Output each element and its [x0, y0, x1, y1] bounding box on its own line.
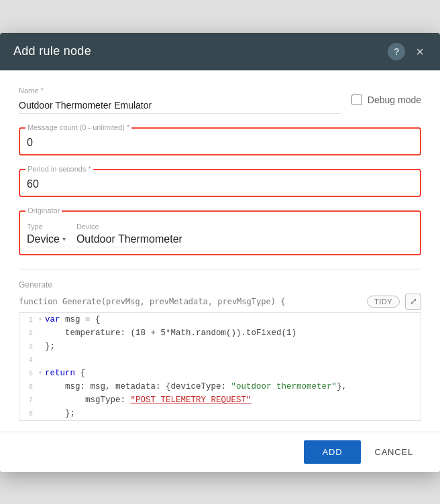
line-arrow-1: ▾ [38, 313, 45, 326]
debug-checkbox[interactable] [351, 94, 362, 105]
line-num-3: 3 [19, 340, 38, 353]
device-wrap: Device Outdoor Thermometer [76, 223, 182, 247]
message-count-input[interactable] [27, 134, 413, 149]
expand-icon[interactable]: ⤢ [405, 294, 421, 310]
chevron-down-icon: ▾ [62, 235, 66, 243]
line-num-7: 7 [19, 393, 38, 407]
line-num-2: 2 [19, 326, 38, 340]
name-input[interactable] [19, 97, 341, 114]
name-row: Name * Debug mode [19, 86, 421, 114]
period-field: Period in seconds * [19, 169, 421, 197]
name-label: Name * [19, 86, 341, 94]
line-num-8: 8 [19, 407, 38, 420]
tidy-button[interactable]: TIDY [367, 296, 400, 308]
cancel-button[interactable]: CANCEL [361, 440, 427, 464]
code-actions: TIDY ⤢ [367, 294, 421, 310]
code-editor[interactable]: 1 ▾ var msg = { 2 temperature: (18 + 5*M… [19, 312, 421, 421]
dialog-header: Add rule node ? × [0, 33, 440, 70]
dialog-title: Add rule node [13, 44, 91, 58]
originator-row: Type Device ▾ Device Outdoor Thermometer [27, 223, 413, 247]
type-wrap: Type Device ▾ [27, 223, 66, 247]
line-content-3: }; [45, 340, 55, 353]
code-header: function Generate(prevMsg, prevMetadata,… [19, 294, 421, 310]
line-arrow-5: ▾ [38, 367, 45, 380]
type-sub-label: Type [27, 223, 66, 231]
period-label: Period in seconds * [25, 165, 93, 173]
add-button[interactable]: ADD [304, 440, 362, 464]
line-num-5: 5 [19, 367, 38, 380]
divider [19, 269, 421, 269]
code-line-1: 1 ▾ var msg = { [19, 313, 421, 326]
line-content-8: }; [45, 407, 75, 420]
code-line-2: 2 temperature: (18 + 5*Math.random()).to… [19, 326, 421, 340]
message-count-label: Message count (0 - unlimited) * [25, 123, 131, 131]
type-value: Device [27, 233, 60, 245]
device-sub-label: Device [76, 223, 182, 231]
line-content-4 [45, 353, 50, 367]
code-function-sig: function Generate(prevMsg, prevMetadata,… [19, 297, 285, 306]
code-line-7: 7 msgType: "POST_TELEMETRY_REQUEST" [19, 393, 421, 407]
type-select[interactable]: Device ▾ [27, 233, 66, 247]
help-icon[interactable]: ? [388, 43, 405, 60]
originator-field: Originator Type Device ▾ Device Outdoor … [19, 210, 421, 255]
message-count-field: Message count (0 - unlimited) * [19, 127, 421, 155]
add-rule-node-dialog: Add rule node ? × Name * Debug mode Mess… [0, 33, 440, 472]
line-content-1: var msg = { [45, 313, 101, 326]
line-content-2: temperature: (18 + 5*Math.random()).toFi… [45, 326, 296, 340]
line-num-4: 4 [19, 353, 38, 367]
code-line-4: 4 [19, 353, 421, 367]
generate-label: Generate [19, 280, 421, 290]
line-content-5: return { [45, 367, 85, 380]
line-content-7: msgType: "POST_TELEMETRY_REQUEST" [45, 393, 252, 407]
header-actions: ? × [388, 43, 427, 60]
dialog-body: Name * Debug mode Message count (0 - unl… [0, 70, 440, 432]
debug-label: Debug mode [368, 94, 421, 105]
code-line-5: 5 ▾ return { [19, 367, 421, 380]
device-value: Outdoor Thermometer [76, 233, 182, 247]
period-input[interactable] [27, 176, 413, 190]
debug-mode-wrap: Debug mode [351, 94, 421, 105]
close-icon[interactable]: × [413, 44, 427, 60]
dialog-footer: ADD CANCEL [0, 432, 440, 472]
code-line-8: 8 }; [19, 407, 421, 420]
name-field-wrap: Name * [19, 86, 341, 114]
line-num-1: 1 [19, 313, 38, 326]
line-num-6: 6 [19, 380, 38, 393]
originator-label: Originator [25, 206, 62, 214]
line-content-6: msg: msg, metadata: {deviceType: "outdoo… [45, 380, 347, 393]
code-line-6: 6 msg: msg, metadata: {deviceType: "outd… [19, 380, 421, 393]
code-line-3: 3 }; [19, 340, 421, 353]
